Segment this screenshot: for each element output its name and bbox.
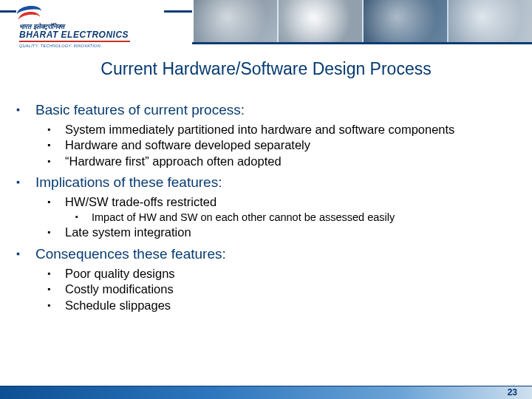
bullet-icon: ▪ xyxy=(47,124,50,134)
bullet-icon: ▪ xyxy=(47,268,50,279)
list-item: ▪System immediately partitioned into har… xyxy=(62,123,502,137)
brand-logo: भारत इलेक्ट्रॉनिक्स BHARAT ELECTRONICS Q… xyxy=(16,3,164,44)
brand-english: BHARAT ELECTRONICS xyxy=(19,30,130,40)
section-heading-text: Consequences these features: xyxy=(35,246,226,262)
bullet-icon: ▪ xyxy=(47,156,50,166)
list-item-text: HW/SW trade-offs restricted xyxy=(65,195,216,208)
list-item-text: Costly modifications xyxy=(65,282,174,296)
section-items: ▪HW/SW trade-offs restricted ▪Impact of … xyxy=(62,195,502,239)
list-item: ▪Schedule slippages xyxy=(62,299,502,313)
bullet-icon: ▪ xyxy=(75,212,78,222)
section-heading: ▪ Consequences these features: xyxy=(33,246,502,262)
section-items: ▪Poor quality designs ▪Costly modificati… xyxy=(62,267,502,313)
list-item: ▪Poor quality designs xyxy=(62,267,502,281)
bullet-icon: ▪ xyxy=(16,248,20,259)
section-heading-text: Implications of these features: xyxy=(35,174,222,190)
list-item-text: Hardware and software developed separate… xyxy=(65,138,310,151)
section-items: ▪System immediately partitioned into har… xyxy=(62,123,502,168)
header-photo xyxy=(194,0,277,42)
bullet-icon: ▪ xyxy=(47,300,50,310)
list-item-text: System immediately partitioned into hard… xyxy=(65,123,454,136)
slide-title: Current Hardware/Software Design Process xyxy=(0,59,532,79)
bullet-icon: ▪ xyxy=(16,176,20,188)
slide-content: ▪ Basic features of current process: ▪Sy… xyxy=(33,96,502,316)
bullet-icon: ▪ xyxy=(47,197,50,207)
brand-text: भारत इलेक्ट्रॉनिक्स BHARAT ELECTRONICS Q… xyxy=(19,24,130,48)
sub-items: ▪Impact of HW and SW on each other canno… xyxy=(89,211,502,224)
header-photo xyxy=(364,0,447,42)
list-item: ▪ Hardware and software developed separa… xyxy=(62,138,502,152)
footer-band xyxy=(0,386,532,399)
list-item-text: Late system integration xyxy=(65,225,191,239)
section-heading: ▪ Implications of these features: xyxy=(33,174,502,191)
brand-underline xyxy=(19,41,130,42)
list-item: ▪Costly modifications xyxy=(62,282,502,296)
page-number: 23 xyxy=(508,387,517,398)
list-item: ▪Late system integration xyxy=(62,225,502,239)
header: भारत इलेक्ट्रॉनिक्स BHARAT ELECTRONICS Q… xyxy=(0,0,532,46)
list-item: ▪“Hardware first” approach often adopted xyxy=(62,154,502,168)
brand-tagline: QUALITY. TECHNOLOGY. INNOVATION. xyxy=(19,44,130,48)
header-photo xyxy=(279,0,362,42)
header-photo-strip xyxy=(192,0,532,44)
list-item-text: Impact of HW and SW on each other cannot… xyxy=(92,211,395,223)
list-item: ▪HW/SW trade-offs restricted xyxy=(62,195,502,209)
slide: भारत इलेक्ट्रॉनिक्स BHARAT ELECTRONICS Q… xyxy=(0,0,532,399)
list-item: ▪Impact of HW and SW on each other canno… xyxy=(89,211,502,224)
logo-swoosh-icon xyxy=(16,4,43,24)
bullet-icon: ▪ xyxy=(47,284,50,294)
section-heading: ▪ Basic features of current process: xyxy=(33,102,502,118)
list-item-text: Schedule slippages xyxy=(65,299,171,312)
list-item-text: “Hardware first” approach often adopted xyxy=(65,154,282,168)
bullet-icon: ▪ xyxy=(47,140,50,150)
bullet-icon: ▪ xyxy=(47,227,50,237)
header-photo xyxy=(449,0,532,42)
bullet-icon: ▪ xyxy=(16,103,20,115)
list-item-text: Poor quality designs xyxy=(65,267,175,280)
section-heading-text: Basic features of current process: xyxy=(35,102,245,117)
